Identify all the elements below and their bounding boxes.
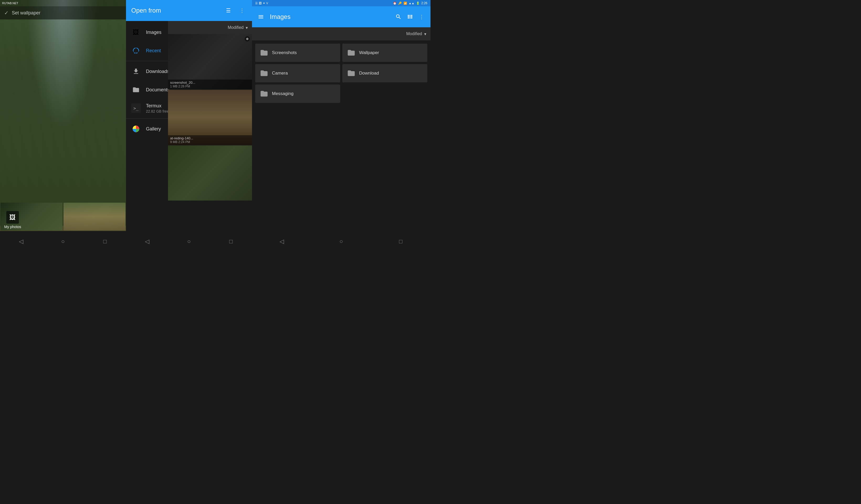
- images-sort-bar: Modified ▾: [252, 27, 430, 40]
- documents-icon: [131, 85, 141, 95]
- home-icon-2[interactable]: ○: [182, 235, 195, 248]
- recents-icon-3[interactable]: □: [394, 235, 407, 248]
- images-icon: 🖼: [131, 28, 141, 37]
- wifi-icon: 📶: [404, 2, 407, 5]
- folder-name-screenshots: Screenshots: [272, 50, 297, 55]
- alarm-icon: ⏰: [393, 2, 397, 5]
- thumb-info-1: 1 MB 2:26 PM: [170, 84, 250, 88]
- time-display: 2:26: [421, 1, 427, 5]
- grid-view-icon[interactable]: [405, 12, 415, 22]
- status-right: ⏰ 🔑 📶 ▲▲ 🔋 2:26: [393, 1, 427, 5]
- recents-icon-1[interactable]: □: [98, 235, 112, 248]
- sort-label[interactable]: Modified: [228, 25, 244, 30]
- key-icon: 🔑: [398, 2, 402, 5]
- thumb-image-1[interactable]: ⊕ screenshot_20... 1 MB 2:26 PM: [168, 34, 252, 89]
- signal-icon: ▲▲: [409, 2, 414, 5]
- drawer-title: Open from: [131, 7, 219, 14]
- app-logo: RUTAB.NET: [2, 2, 18, 5]
- sort-arrow-icon[interactable]: ▾: [246, 25, 248, 30]
- thumbnail-2[interactable]: [64, 203, 125, 231]
- images-title: Images: [270, 13, 390, 21]
- back-icon-1[interactable]: ◁: [14, 235, 28, 248]
- more-options-icon[interactable]: ⋮: [237, 6, 247, 15]
- back-icon-3[interactable]: ◁: [275, 235, 288, 248]
- folder-icon-wallpaper: [346, 48, 356, 57]
- images-sort-arrow-icon[interactable]: ▾: [424, 31, 426, 37]
- nav-bar-1: ◁ ○ □: [0, 231, 126, 252]
- more-options-icon-2[interactable]: ⋮: [417, 12, 426, 22]
- thumb-meta-2: at-reding-140... 9 MB 2:24 PM: [168, 135, 252, 145]
- battery-icon: 🔋: [416, 2, 420, 5]
- status-icon-v: V: [266, 2, 268, 5]
- status-bar-3: ☰ 🖼 ✦ V ⏰ 🔑 📶 ▲▲ 🔋 2:26: [252, 0, 430, 6]
- thumb-name-1: screenshot_20...: [170, 81, 250, 84]
- thumb-info-2: 9 MB 2:24 PM: [170, 140, 250, 144]
- images-folders-grid: Screenshots Wallpaper Camera: [252, 40, 430, 231]
- drawer-panel: Open from ☰ ⋮ Modified ▾ 🖼 Images Rec: [126, 0, 252, 252]
- list-view-icon[interactable]: ☰: [224, 6, 233, 15]
- status-icon-img: 🖼: [259, 2, 262, 5]
- thumb-name-2: at-reding-140...: [170, 136, 250, 140]
- folder-icon-download: [346, 69, 356, 78]
- home-icon-3[interactable]: ○: [335, 235, 348, 248]
- folder-wallpaper[interactable]: Wallpaper: [342, 44, 427, 62]
- images-sort-label[interactable]: Modified: [406, 31, 422, 36]
- status-bar-1: RUTAB.NET: [0, 0, 126, 6]
- termux-icon: >_: [131, 104, 141, 113]
- folder-camera[interactable]: Camera: [255, 64, 340, 82]
- folder-name-wallpaper: Wallpaper: [359, 50, 379, 55]
- status-left-icons: ☰ 🖼 ✦ V: [255, 2, 268, 5]
- folder-screenshots[interactable]: Screenshots: [255, 44, 340, 62]
- my-photos-label: My photos: [4, 225, 21, 229]
- folder-name-camera: Camera: [272, 71, 288, 76]
- my-photos-icon: 🖼: [6, 211, 19, 224]
- images-header-icons: ⋮: [394, 12, 426, 22]
- back-icon-2[interactable]: ◁: [140, 235, 153, 248]
- set-wallpaper-bar[interactable]: ✓ Set wallpaper: [0, 6, 126, 19]
- hamburger-icon[interactable]: [256, 12, 266, 22]
- status-icon-mark: ✦: [263, 2, 265, 5]
- images-panel: ☰ 🖼 ✦ V ⏰ 🔑 📶 ▲▲ 🔋 2:26 Images: [252, 0, 430, 252]
- home-icon-1[interactable]: ○: [56, 235, 70, 248]
- tree-overlay: [0, 0, 126, 226]
- my-photos-area[interactable]: 🖼 My photos: [4, 211, 21, 229]
- recents-icon-2[interactable]: □: [224, 235, 237, 248]
- images-header: Images ⋮: [252, 6, 430, 27]
- downloads-icon: [131, 67, 141, 76]
- folder-name-download: Download: [359, 71, 379, 76]
- thumb-indicator-1: ⊕: [245, 36, 250, 41]
- thumb-image-3[interactable]: [168, 146, 252, 201]
- sort-bar: Modified ▾: [168, 21, 252, 34]
- drawer-header: Open from ☰ ⋮: [126, 0, 252, 21]
- search-icon[interactable]: [394, 12, 403, 22]
- folder-download[interactable]: Download: [342, 64, 427, 82]
- gallery-icon: [131, 124, 141, 134]
- nav-bar-2: ◁ ○ □: [126, 231, 252, 252]
- drawer-header-icons: ☰ ⋮: [224, 6, 247, 15]
- folder-name-messaging: Messaging: [272, 91, 293, 96]
- wallpaper-panel: RUTAB.NET ✓ Set wallpaper 🖼 My photos ◁ …: [0, 0, 126, 252]
- folder-icon-camera: [259, 69, 269, 78]
- set-wallpaper-label[interactable]: Set wallpaper: [12, 10, 40, 16]
- thumb-image-2[interactable]: at-reding-140... 9 MB 2:24 PM: [168, 90, 252, 145]
- nav-bar-3: ◁ ○ □: [252, 231, 430, 252]
- thumb-meta-1: screenshot_20... 1 MB 2:26 PM: [168, 80, 252, 89]
- status-icon-phone: ☰: [255, 2, 258, 5]
- recent-icon: [131, 46, 141, 55]
- folder-icon-screenshots: [259, 48, 269, 57]
- folder-messaging[interactable]: Messaging: [255, 84, 340, 103]
- folder-icon-messaging: [259, 89, 269, 98]
- checkmark-icon: ✓: [4, 10, 9, 16]
- thumb-images-area: ⊕ screenshot_20... 1 MB 2:26 PM at-redin…: [168, 34, 252, 231]
